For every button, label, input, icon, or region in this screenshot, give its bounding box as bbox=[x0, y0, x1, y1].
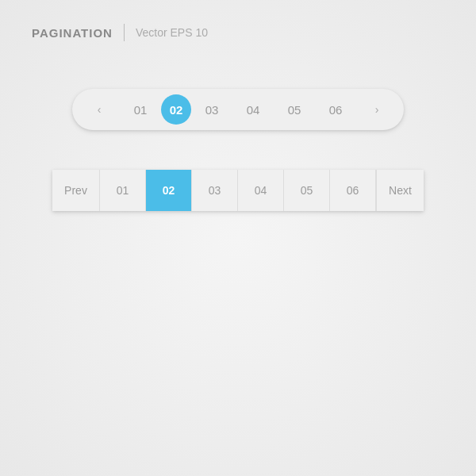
flat-page-2-active[interactable]: 02 bbox=[146, 170, 192, 211]
flat-page-1[interactable]: 01 bbox=[100, 170, 146, 211]
pill-page-2-active[interactable]: 02 bbox=[161, 94, 191, 125]
header-title: PAGINATION bbox=[32, 26, 113, 40]
pill-page-3[interactable]: 03 bbox=[191, 95, 232, 124]
pagination-pill: ‹ 01 02 03 04 05 06 › bbox=[72, 89, 404, 130]
next-button[interactable]: Next bbox=[376, 170, 424, 211]
header: PAGINATION Vector EPS 10 bbox=[32, 24, 208, 41]
flat-page-4[interactable]: 04 bbox=[238, 170, 284, 211]
flat-page-5[interactable]: 05 bbox=[284, 170, 330, 211]
flat-page-3[interactable]: 03 bbox=[192, 170, 238, 211]
chevron-right-icon: › bbox=[375, 103, 379, 116]
pill-page-1[interactable]: 01 bbox=[120, 95, 161, 124]
next-arrow-button[interactable]: › bbox=[356, 95, 397, 124]
pill-page-4[interactable]: 04 bbox=[232, 95, 274, 124]
pagination-flat: Prev 01 02 03 04 05 06 Next bbox=[52, 170, 424, 211]
chevron-left-icon: ‹ bbox=[98, 103, 102, 116]
pill-page-5[interactable]: 05 bbox=[274, 95, 315, 124]
header-divider bbox=[124, 24, 125, 41]
pill-page-6[interactable]: 06 bbox=[315, 95, 356, 124]
prev-button[interactable]: Prev bbox=[52, 170, 100, 211]
pagination-wrapper: ‹ 01 02 03 04 05 06 › Prev 01 bbox=[32, 89, 444, 211]
prev-arrow-button[interactable]: ‹ bbox=[79, 95, 120, 124]
header-subtitle: Vector EPS 10 bbox=[136, 26, 208, 39]
flat-page-6[interactable]: 06 bbox=[330, 170, 376, 211]
